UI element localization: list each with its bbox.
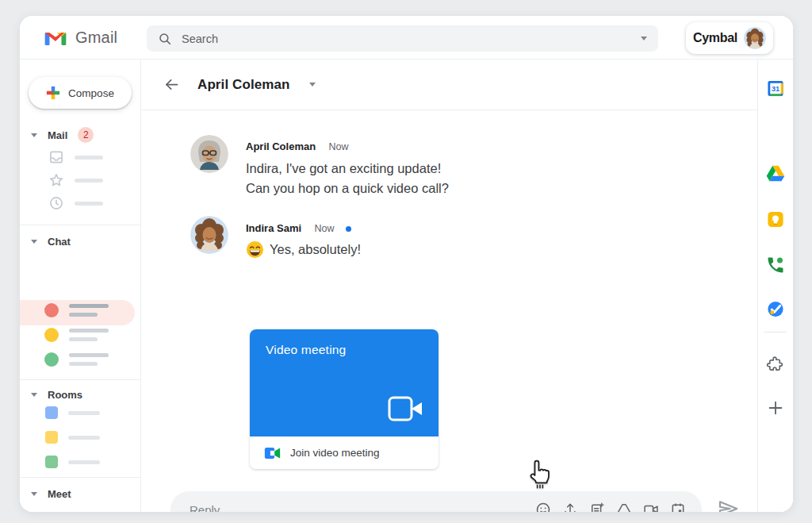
conversation-title: April Coleman bbox=[197, 77, 290, 93]
star-icon bbox=[48, 172, 64, 188]
user-avatar[interactable] bbox=[744, 27, 766, 49]
sidebar-item-starred[interactable] bbox=[48, 172, 103, 188]
message-indira: Indira Sami Now Yes, absolut bbox=[246, 221, 361, 260]
google-voice-icon[interactable] bbox=[766, 256, 785, 275]
unread-dot bbox=[346, 226, 351, 232]
message-april: April Coleman Now Indira, I've got an ex… bbox=[246, 139, 449, 198]
chat-collapse-icon[interactable] bbox=[31, 240, 37, 244]
reply-placeholder: Reply bbox=[190, 503, 535, 513]
room-avatar-blue bbox=[45, 406, 58, 419]
gmail-window: Gmail Search Cymbal bbox=[20, 16, 793, 512]
brand-logo: Cymbal bbox=[693, 31, 737, 45]
add-plus-icon[interactable] bbox=[767, 399, 784, 417]
conversation-options-chevron-icon[interactable] bbox=[309, 83, 316, 87]
join-video-meeting-button[interactable]: Join video meeting bbox=[250, 436, 439, 469]
svg-text:31: 31 bbox=[772, 85, 779, 93]
meet-section-header[interactable]: Meet bbox=[31, 488, 71, 500]
google-meet-icon bbox=[264, 446, 281, 460]
search-options-chevron-icon[interactable] bbox=[641, 37, 647, 40]
chat-item-2[interactable] bbox=[44, 328, 109, 342]
rooms-section-header[interactable]: Rooms bbox=[31, 389, 82, 401]
avatar-indira-sami[interactable] bbox=[190, 216, 228, 254]
compose-button[interactable]: Compose bbox=[29, 77, 132, 109]
videocam-outline-icon[interactable] bbox=[643, 502, 659, 512]
video-meeting-card[interactable]: Video meeting bbox=[250, 329, 439, 469]
google-drive-icon[interactable] bbox=[766, 164, 785, 182]
avatar-april-coleman[interactable] bbox=[190, 135, 228, 173]
upload-icon[interactable] bbox=[562, 502, 578, 512]
inbox-icon bbox=[48, 149, 64, 165]
room-avatar-yellow bbox=[45, 431, 58, 444]
rail-divider bbox=[764, 332, 787, 333]
right-side-panel: 31 bbox=[757, 60, 793, 512]
back-arrow-icon[interactable] bbox=[163, 76, 180, 93]
room-item-1[interactable] bbox=[45, 406, 100, 419]
chat-avatar-red bbox=[44, 303, 59, 317]
mail-section-header[interactable]: Mail 2 bbox=[31, 127, 94, 143]
search-placeholder: Search bbox=[182, 33, 631, 45]
chat-section-header[interactable]: Chat bbox=[31, 236, 71, 248]
reply-toolbar bbox=[535, 502, 686, 512]
send-icon[interactable] bbox=[716, 497, 740, 512]
search-input[interactable]: Search bbox=[147, 25, 658, 52]
google-tasks-icon[interactable] bbox=[767, 300, 785, 318]
compose-plus-icon bbox=[46, 86, 60, 100]
clock-icon bbox=[48, 195, 64, 211]
account-chip[interactable]: Cymbal bbox=[686, 22, 773, 54]
drive-outline-icon[interactable] bbox=[616, 502, 632, 512]
gmail-chat-demo: Gmail Search Cymbal bbox=[0, 0, 812, 523]
room-avatar-green bbox=[45, 456, 58, 468]
emoji-icon[interactable] bbox=[535, 502, 551, 512]
gmail-logo-area[interactable]: Gmail bbox=[44, 16, 117, 60]
grinning-face-emoji-icon bbox=[246, 240, 264, 259]
video-meeting-card-banner: Video meeting bbox=[250, 329, 439, 436]
left-sidebar: Compose Mail 2 bbox=[20, 60, 141, 512]
videocam-icon bbox=[48, 508, 64, 512]
sidebar-item-inbox[interactable] bbox=[48, 149, 103, 165]
room-item-3[interactable] bbox=[45, 456, 100, 468]
chat-item-3[interactable] bbox=[44, 352, 109, 367]
top-bar: Gmail Search Cymbal bbox=[20, 16, 793, 60]
google-keep-icon[interactable] bbox=[767, 210, 785, 229]
search-icon bbox=[158, 32, 172, 46]
google-calendar-icon[interactable]: 31 bbox=[767, 79, 785, 98]
meet-item-new-meeting[interactable] bbox=[48, 508, 106, 512]
reply-input[interactable]: Reply bbox=[170, 491, 702, 512]
sidebar-item-snoozed[interactable] bbox=[48, 195, 103, 211]
gmail-logo-icon bbox=[44, 29, 67, 47]
rooms-collapse-icon[interactable] bbox=[31, 393, 37, 397]
video-meeting-title: Video meeting bbox=[266, 343, 346, 357]
calendar-invite-icon[interactable] bbox=[670, 502, 686, 512]
chat-avatar-yellow bbox=[44, 328, 59, 342]
conversation-header: April Coleman bbox=[141, 60, 757, 110]
mail-collapse-icon[interactable] bbox=[31, 133, 37, 137]
mail-unread-badge: 2 bbox=[78, 127, 94, 143]
videocam-white-icon bbox=[388, 395, 424, 425]
conversation-panel: April Coleman bbox=[141, 60, 757, 512]
room-item-2[interactable] bbox=[45, 431, 100, 444]
get-addons-puzzle-icon[interactable] bbox=[767, 355, 785, 373]
chat-item-april[interactable] bbox=[44, 303, 109, 317]
new-note-icon[interactable] bbox=[589, 502, 605, 512]
chat-avatar-green bbox=[44, 352, 59, 367]
meet-collapse-icon[interactable] bbox=[31, 492, 37, 496]
app-title: Gmail bbox=[75, 29, 117, 47]
